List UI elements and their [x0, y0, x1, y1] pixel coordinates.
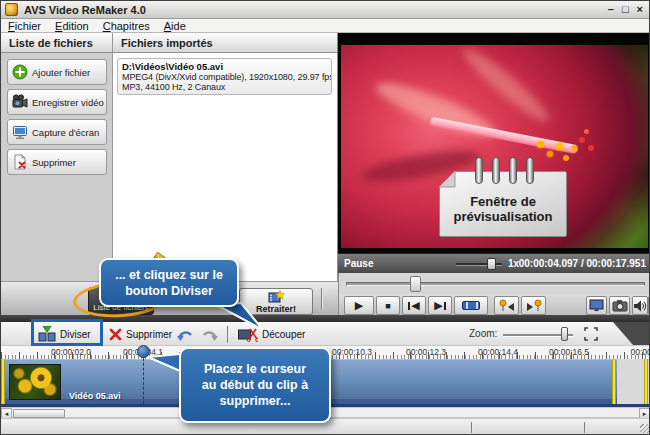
clip-thumbnail: [9, 364, 61, 400]
menu-chapitres[interactable]: Chapitres: [103, 20, 150, 32]
speed-slider-handle[interactable]: [487, 258, 496, 270]
add-file-button[interactable]: Ajouter fichier: [7, 59, 107, 85]
timeline-cursor-line: [143, 358, 144, 404]
edge-marker: [644, 359, 648, 404]
delete-clip-button[interactable]: Supprimer: [105, 324, 176, 344]
app-icon: [5, 3, 18, 16]
clip-end-marker: [612, 360, 616, 405]
ruler-label: 00:00:12.3: [406, 347, 446, 357]
clip-label: Vidéo 05.avi: [69, 391, 121, 401]
stop-button[interactable]: ■: [376, 296, 400, 315]
callout-place-cursor: Placez le curseur au début du clip à sup…: [179, 347, 331, 423]
minimize-button[interactable]: –: [608, 4, 614, 15]
previous-scene-button[interactable]: ◀: [402, 296, 426, 315]
ruler-label: 00:00:16.5: [549, 347, 589, 357]
undo-icon: [177, 328, 194, 341]
snapshot-button[interactable]: [609, 296, 630, 315]
ruler-label: 00:00:10.3: [332, 347, 372, 357]
scene-browse-button[interactable]: [454, 296, 488, 315]
app-window: AVS Video ReMaker 4.0 – □ × Fichier Edit…: [0, 0, 650, 435]
undo-button[interactable]: [173, 324, 198, 344]
camera-icon: [612, 299, 628, 312]
add-file-label: Ajouter fichier: [32, 67, 90, 78]
next-marker-button[interactable]: [521, 296, 546, 315]
prev-bar-icon: [408, 302, 410, 310]
marker-right-icon: [526, 299, 542, 313]
note-ring: [526, 157, 534, 184]
separator: [584, 422, 585, 433]
film-clip-icon: [462, 301, 480, 310]
seek-slider-handle[interactable]: [410, 276, 421, 292]
note-line-2: prévisualisation: [454, 209, 553, 224]
callout-place-line1: Placez le curseur: [204, 361, 306, 377]
preview-note-annotation: Fenêtre de prévisualisation: [439, 171, 567, 237]
callout-place-line2: au début du clip à: [202, 377, 308, 393]
imported-files-header: Fichiers importés: [113, 33, 337, 53]
title-bar: AVS Video ReMaker 4.0 – □ ×: [1, 1, 650, 19]
close-button[interactable]: ×: [637, 4, 643, 15]
seek-bar-row: [338, 273, 650, 294]
ruler-label: 00:00:02.0: [51, 347, 91, 357]
screen-capture-label: Capture d'écran: [32, 127, 99, 138]
screen-capture-button[interactable]: Capture d'écran: [7, 119, 107, 145]
file-list-panel-header: Liste de fichiers: [1, 33, 112, 53]
speed-value: 1x: [508, 258, 519, 269]
menu-aide[interactable]: Aide: [164, 20, 186, 32]
file-audio-info: MP3, 44100 Hz, 2 Canaux: [122, 82, 327, 92]
resize-grip[interactable]: [640, 424, 649, 433]
speaker-icon: [633, 299, 647, 313]
add-icon: [12, 64, 28, 80]
file-video-info: MPEG4 (DivX/Xvid compatible), 1920x1080,…: [122, 72, 327, 82]
play-button[interactable]: ▶: [344, 296, 374, 315]
file-name: D:\Vidéos\Vidéo 05.avi: [122, 61, 327, 72]
delete-file-icon: [12, 154, 28, 170]
ruler-label: 00:00:18: [630, 347, 650, 357]
file-list-item[interactable]: D:\Vidéos\Vidéo 05.avi MPEG4 (DivX/Xvid …: [117, 58, 332, 95]
separator: [321, 288, 322, 310]
record-video-button[interactable]: Enregistrer vidéo: [7, 89, 107, 115]
fullscreen-button[interactable]: [586, 296, 607, 315]
imported-files-panel: Fichiers importés D:\Vidéos\Vidéo 05.avi…: [113, 33, 338, 281]
timecode: 00:00:04.097 / 00:00:17.951: [519, 258, 650, 269]
maximize-button[interactable]: □: [622, 4, 629, 15]
transport-status-bar: Pause 1x 00:00:04.097 / 00:00:17.951: [338, 253, 650, 273]
file-list-panel: Liste de fichiers Ajouter fichier Enregi…: [1, 33, 113, 281]
reprocess-icon: [268, 290, 285, 304]
delete-x-icon: [109, 328, 122, 341]
note-ring: [475, 157, 483, 184]
callout-click-diviser: ... et cliquez sur le bouton Diviser: [99, 258, 239, 307]
playback-controls: ▶ ■ ◀ ▶: [338, 294, 650, 315]
delete-clip-label: Supprimer: [126, 329, 172, 340]
screen-icon: [589, 299, 604, 312]
next-bar-icon: [444, 302, 446, 310]
zoom-slider-handle[interactable]: [561, 327, 568, 341]
clip-start-marker: [1, 360, 5, 405]
seek-slider-track[interactable]: [346, 282, 645, 286]
separator: [471, 422, 472, 433]
callout-click-text: ... et cliquez sur le bouton Diviser: [105, 267, 233, 299]
camcorder-icon: [12, 94, 28, 110]
fit-timeline-icon[interactable]: [584, 327, 598, 341]
menu-fichier[interactable]: Fichier: [8, 20, 41, 32]
monitor-icon: [12, 124, 28, 140]
zoom-label: Zoom:: [469, 328, 497, 339]
callout-place-line3: supprimer...: [220, 393, 291, 409]
note-ring: [492, 157, 500, 184]
ruler-label: 00:00:14.4: [478, 347, 518, 357]
playback-status: Pause: [338, 258, 373, 269]
note-fold-corner: [439, 171, 457, 189]
window-title: AVS Video ReMaker 4.0: [24, 4, 146, 16]
split-button-highlight: [31, 319, 103, 346]
note-ring: [509, 157, 517, 184]
scrollbar-thumb[interactable]: [13, 409, 65, 418]
note-line-1: Fenêtre de: [470, 194, 536, 209]
menu-edition[interactable]: Edition: [55, 20, 89, 32]
marker-left-icon: [499, 299, 515, 313]
menu-bar: Fichier Edition Chapitres Aide: [1, 19, 650, 33]
record-video-label: Enregistrer vidéo: [32, 97, 104, 108]
previous-marker-button[interactable]: [494, 296, 519, 315]
delete-file-label: Supprimer: [32, 157, 76, 168]
delete-file-button[interactable]: Supprimer: [7, 149, 107, 175]
volume-button[interactable]: [632, 296, 648, 315]
next-scene-button[interactable]: ▶: [428, 296, 452, 315]
